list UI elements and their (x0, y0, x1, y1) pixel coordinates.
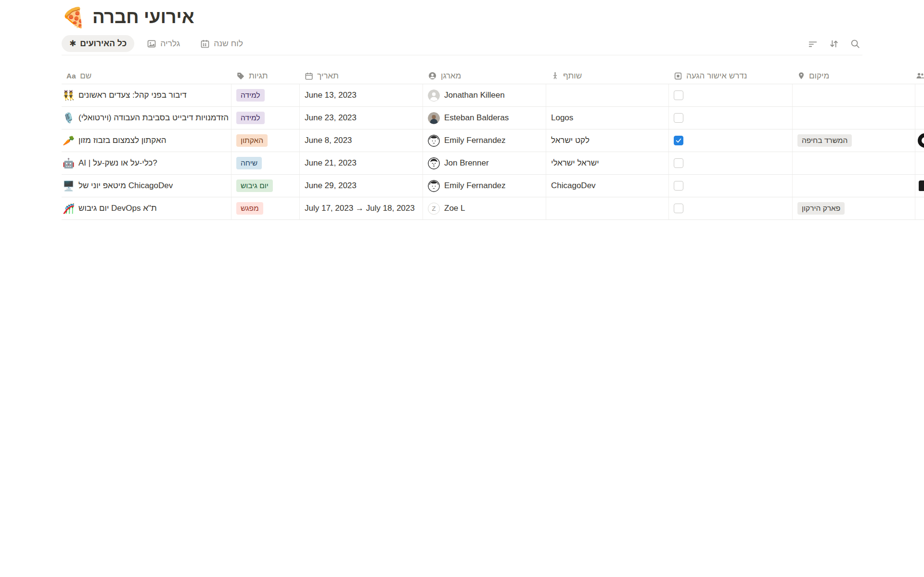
organizer-cell[interactable]: Esteban Balderas (423, 107, 546, 129)
tab-gallery[interactable]: גלריה (139, 35, 188, 52)
tags-cell[interactable]: שיחה (231, 152, 300, 174)
rsvp-cell (669, 107, 793, 129)
person-walk-icon (551, 71, 559, 80)
organizer-name: Emily Fernandez (444, 136, 506, 145)
avatar-sketch-woman (428, 135, 440, 147)
sort-button[interactable] (827, 37, 841, 51)
checkbox-property-icon (674, 72, 682, 80)
filter-icon (808, 38, 818, 49)
location-cell[interactable]: המשרד בחיפה (793, 129, 915, 152)
partner-cell[interactable]: Logos (546, 107, 669, 129)
tags-cell[interactable]: יום גיבוש (231, 175, 300, 197)
location-property-icon (797, 71, 805, 80)
event-name: הזדמנויות דיבייט בסביבת העבודה (וירטואלי… (78, 113, 229, 123)
date-cell[interactable]: June 23, 2023 (300, 107, 423, 129)
table-row: 🖥️מיטאפ יוני של ChicagoDevיום גיבושJune … (62, 175, 924, 197)
event-date: June 29, 2023 (305, 181, 357, 191)
tag-icon (236, 72, 245, 80)
event-name-cell[interactable]: 🥕האקתון לצמצום בזבוז מזון (62, 129, 231, 152)
column-label: נדרש אישור הגעה (686, 71, 747, 81)
rsvp-checkbox[interactable] (674, 158, 683, 168)
rsvp-cell (669, 197, 793, 219)
table-row: 🎢יום גיבוש DevOps ת"אמפגשJuly 17, 2023 →… (62, 197, 924, 220)
tag-pill: יום גיבוש (236, 180, 273, 192)
location-cell[interactable]: פארק הירקון (793, 197, 915, 219)
event-name-cell[interactable]: 🖥️מיטאפ יוני של ChicagoDev (62, 175, 231, 197)
people-property-icon (915, 71, 924, 80)
tags-cell[interactable]: למידה (231, 107, 300, 129)
location-cell[interactable] (793, 175, 915, 197)
event-name: האקתון לצמצום בזבוז מזון (78, 136, 166, 145)
avatar (428, 112, 440, 124)
date-cell[interactable]: June 13, 2023 (300, 84, 423, 106)
partner-cell[interactable] (546, 84, 669, 106)
rsvp-checkbox[interactable] (674, 181, 683, 191)
event-date: June 8, 2023 (305, 136, 352, 145)
rsvp-checkbox[interactable] (674, 90, 683, 100)
view-tabs: ✱כל האירועיםגלריהלוח שנה (62, 35, 251, 52)
tags-cell[interactable]: האקתון (231, 129, 300, 152)
date-cell[interactable]: June 21, 2023 (300, 152, 423, 174)
partner-cell[interactable]: ChicagoDev (546, 175, 669, 197)
calendar-icon (305, 72, 313, 80)
event-name-cell[interactable]: 👯דיבור בפני קהל: צעדים ראשונים (62, 84, 231, 106)
event-name-cell[interactable]: 🤖AI | כלי-על או נשק-על? (62, 152, 231, 174)
column-header-org[interactable]: מארגן (423, 71, 546, 81)
organizer-cell[interactable]: ZZoe L (423, 197, 546, 219)
avatar-letter: Z (428, 203, 440, 215)
tags-cell[interactable]: למידה (231, 84, 300, 106)
filter-button[interactable] (806, 37, 820, 51)
partner-cell[interactable] (546, 197, 669, 219)
tab-all-events[interactable]: ✱כל האירועים (62, 35, 134, 52)
rsvp-checkbox[interactable] (674, 204, 683, 213)
partner-cell[interactable]: לקט ישראל (546, 129, 669, 152)
date-cell[interactable]: June 29, 2023 (300, 175, 423, 197)
asterisk-view-icon: ✱ (69, 38, 76, 49)
organizer-cell[interactable]: Jonathan Killeen (423, 84, 546, 106)
partner-cell[interactable]: ישראל ישראלי (546, 152, 669, 174)
column-header-loc[interactable]: מיקום (793, 71, 915, 81)
column-header-partner[interactable]: שותף (546, 71, 669, 81)
tags-cell[interactable]: מפגש (231, 197, 300, 219)
avatar-silhouette (428, 90, 440, 102)
column-header-name[interactable]: Aaשם (62, 71, 231, 81)
table-header-row: Aaשםתגיותתאריךמארגןשותףנדרש אישור הגעהמי… (62, 68, 924, 84)
rsvp-cell (669, 175, 793, 197)
location-cell[interactable] (793, 84, 915, 106)
tag-pill: מפגש (236, 202, 263, 215)
search-button[interactable] (848, 37, 862, 51)
partner-name: Logos (551, 113, 573, 123)
participants-cell-clipped (915, 84, 924, 106)
rsvp-checkbox[interactable] (674, 113, 683, 123)
location-cell[interactable] (793, 152, 915, 174)
organizer-cell[interactable]: Emily Fernandez (423, 175, 546, 197)
column-header-tags[interactable]: תגיות (231, 71, 300, 81)
column-header-extra[interactable] (915, 71, 924, 80)
rsvp-cell (669, 129, 793, 152)
column-label: שם (80, 71, 91, 81)
tag-property-icon (236, 72, 245, 80)
event-name-cell[interactable]: 🎙️הזדמנויות דיבייט בסביבת העבודה (וירטוא… (62, 107, 231, 129)
column-header-rsvp[interactable]: נדרש אישור הגעה (669, 71, 793, 81)
page-title[interactable]: אירועי חברה (92, 7, 194, 27)
column-header-date[interactable]: תאריך (300, 71, 423, 81)
column-label: מיקום (809, 71, 829, 81)
tab-calendar[interactable]: לוח שנה (192, 35, 251, 52)
event-name: דיבור בפני קהל: צעדים ראשונים (78, 90, 187, 100)
table-row: 🥕האקתון לצמצום בזבוז מזוןהאקתוןJune 8, 2… (62, 129, 924, 152)
table-row: 🤖AI | כלי-על או נשק-על?שיחהJune 21, 2023… (62, 152, 924, 175)
event-name: יום גיבוש DevOps ת"א (78, 204, 157, 213)
partner-name: לקט ישראל (551, 136, 590, 145)
page-icon-pizza[interactable]: 🍕 (62, 8, 86, 27)
date-cell[interactable]: July 17, 2023 → July 18, 2023 (300, 197, 423, 219)
location-cell[interactable] (793, 107, 915, 129)
organizer-cell[interactable]: Emily Fernandez (423, 129, 546, 152)
event-date: June 13, 2023 (305, 90, 357, 100)
event-name-cell[interactable]: 🎢יום גיבוש DevOps ת"א (62, 197, 231, 219)
sort-icon (829, 38, 839, 49)
avatar (428, 135, 440, 147)
rsvp-checkbox[interactable] (674, 136, 683, 145)
organizer-cell[interactable]: Jon Brenner (423, 152, 546, 174)
location-pill: פארק הירקון (797, 202, 845, 215)
date-cell[interactable]: June 8, 2023 (300, 129, 423, 152)
